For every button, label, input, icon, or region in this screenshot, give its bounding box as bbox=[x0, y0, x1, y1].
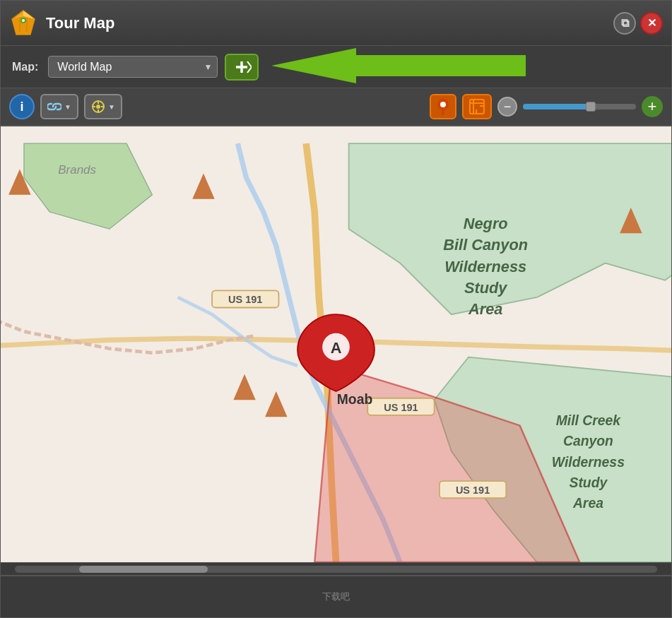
link-icon bbox=[47, 101, 61, 112]
pin-icon bbox=[437, 98, 449, 115]
star-button[interactable]: ▼ bbox=[84, 94, 122, 119]
mill-creek-label-2: Canyon bbox=[563, 433, 613, 448]
close-button[interactable]: ✕ bbox=[640, 12, 663, 35]
route-label-1: US 191 bbox=[228, 294, 262, 305]
route-label-2: US 191 bbox=[384, 402, 418, 413]
svg-line-10 bbox=[247, 67, 252, 73]
zoom-out-button[interactable]: − bbox=[497, 97, 517, 117]
arrow-indicator bbox=[271, 48, 526, 86]
expand-icon bbox=[469, 99, 485, 114]
brands-label: Brands bbox=[58, 163, 96, 177]
zoom-slider-container bbox=[523, 100, 636, 114]
mill-creek-label-3: Wilderness bbox=[552, 454, 625, 470]
zoom-handle[interactable] bbox=[586, 102, 596, 112]
green-arrow-icon bbox=[271, 48, 526, 83]
main-window: Tour Map ⧉ ✕ Map: World Map Street Map S… bbox=[0, 0, 672, 618]
pin-button[interactable] bbox=[430, 94, 456, 119]
expand-button[interactable] bbox=[462, 94, 492, 119]
route-label-3: US 191 bbox=[456, 485, 490, 496]
scrollbar-track bbox=[15, 566, 657, 573]
wilderness-label-3: Wilderness bbox=[444, 258, 526, 275]
wilderness-label-1: Negro bbox=[464, 215, 508, 232]
add-map-button[interactable] bbox=[225, 54, 259, 81]
map-bar: Map: World Map Street Map Satellite bbox=[1, 46, 671, 88]
target-icon bbox=[91, 100, 105, 114]
map-container[interactable]: US 191 US 191 US 191 Negro Bill Canyon W… bbox=[1, 126, 671, 562]
map-select-wrapper: World Map Street Map Satellite bbox=[48, 56, 218, 78]
watermark-text: 下载吧 bbox=[322, 590, 350, 603]
info-button[interactable]: i bbox=[9, 94, 35, 119]
map-selector[interactable]: World Map Street Map Satellite bbox=[48, 56, 218, 78]
map-label: Map: bbox=[12, 61, 38, 73]
zoom-in-button[interactable]: + bbox=[642, 96, 663, 117]
svg-point-20 bbox=[440, 102, 446, 107]
star-chevron: ▼ bbox=[108, 103, 115, 111]
add-icon bbox=[232, 59, 252, 76]
window-title: Tour Map bbox=[46, 14, 613, 32]
svg-point-14 bbox=[96, 105, 100, 109]
svg-line-9 bbox=[247, 61, 252, 67]
bottom-bar: 下载吧 bbox=[1, 575, 671, 617]
app-icon bbox=[9, 9, 37, 37]
mill-creek-label-4: Study bbox=[570, 475, 608, 490]
svg-marker-12 bbox=[271, 48, 526, 83]
zoom-slider[interactable] bbox=[523, 104, 636, 109]
horizontal-scrollbar[interactable] bbox=[1, 562, 671, 575]
info-icon: i bbox=[20, 100, 23, 114]
link-button[interactable]: ▼ bbox=[40, 94, 78, 119]
window-controls: ⧉ ✕ bbox=[613, 12, 663, 35]
svg-point-6 bbox=[22, 19, 25, 22]
title-bar: Tour Map ⧉ ✕ bbox=[1, 1, 671, 46]
pin-label: A bbox=[331, 339, 342, 357]
city-label: Moab bbox=[337, 391, 373, 407]
restore-button[interactable]: ⧉ bbox=[613, 12, 636, 35]
wilderness-label-5: Area bbox=[468, 300, 502, 318]
wilderness-label-4: Study bbox=[464, 279, 508, 297]
mill-creek-label-1: Mill Creek bbox=[556, 412, 622, 428]
scrollbar-thumb[interactable] bbox=[79, 566, 208, 573]
wilderness-label-2: Bill Canyon bbox=[443, 236, 528, 254]
toolbar: i ▼ ▼ bbox=[1, 88, 671, 126]
map-svg: US 191 US 191 US 191 Negro Bill Canyon W… bbox=[1, 126, 671, 562]
link-chevron: ▼ bbox=[64, 103, 71, 111]
mill-creek-label-5: Area bbox=[572, 495, 603, 511]
